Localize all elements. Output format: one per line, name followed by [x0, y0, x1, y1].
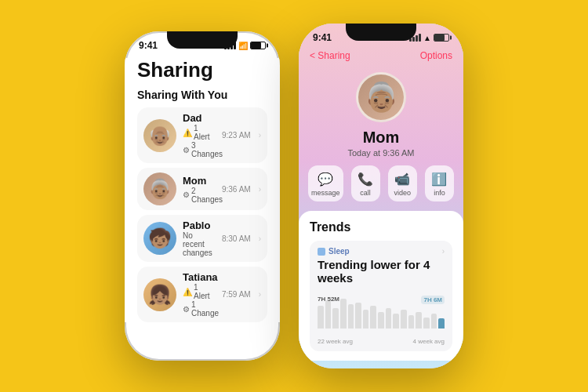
- left-content: Sharing Sharing With You 👴🏽 Dad ⚠️ 1 Ale…: [125, 58, 280, 322]
- contact-changes-dad: ⚙ 3 Changes: [183, 141, 216, 158]
- sleep-badge: Sleep: [318, 247, 350, 256]
- contact-name-mom: Mom: [183, 175, 216, 187]
- contact-time-mom: 9:36 AM: [222, 185, 251, 194]
- contact-name-pablo: Pablo: [183, 220, 216, 231]
- profile-avatar-mom: 👵🏽: [356, 72, 406, 122]
- action-info-button[interactable]: ℹ️ info: [425, 165, 454, 201]
- status-time-left: 9:41: [139, 40, 158, 51]
- sleep-dot: [318, 248, 325, 256]
- contact-info-dad: Dad ⚠️ 1 Alert ⚙ 3 Changes: [183, 112, 216, 158]
- contact-time-tatiana: 7:59 AM: [222, 290, 251, 299]
- trends-title: Trends: [310, 220, 452, 234]
- contact-list: 👴🏽 Dad ⚠️ 1 Alert ⚙ 3 Changes 9:23 AM: [137, 107, 267, 322]
- wifi-icon-right: ▲: [423, 34, 431, 42]
- changes-text-mom: 2 Changes: [191, 187, 223, 204]
- changes-icon-tatiana: ⚙: [183, 305, 190, 314]
- contact-no-changes-pablo: No recent changes: [183, 231, 216, 257]
- left-phone: 9:41 📶 Sharing Sharing With You 👴🏽: [125, 31, 280, 361]
- profile-section: 👵🏽 Mom Today at 9:36 AM: [299, 66, 463, 165]
- action-message-button[interactable]: 💬 message: [308, 165, 343, 201]
- message-label: message: [311, 189, 340, 197]
- call-label: call: [360, 189, 371, 197]
- changes-icon-mom: ⚙: [183, 191, 190, 199]
- action-buttons: 💬 message 📞 call 📹 video ℹ️ info: [299, 165, 463, 211]
- avatar-pablo: 🧒🏽: [143, 222, 176, 255]
- notch-left: [167, 31, 238, 49]
- right-phone-bg: 9:41 ▲ < Sharing Options 👵🏽: [299, 24, 463, 368]
- contact-info-pablo: Pablo No recent changes: [183, 220, 216, 257]
- action-call-button[interactable]: 📞 call: [351, 165, 380, 201]
- profile-name: Mom: [363, 129, 400, 147]
- no-changes-text-pablo: No recent changes: [183, 231, 216, 257]
- info-icon: ℹ️: [431, 172, 447, 187]
- wifi-icon: 📶: [238, 42, 248, 50]
- contact-changes-tatiana: ⚙ 1 Change: [183, 300, 216, 318]
- changes-text-dad: 3 Changes: [191, 141, 223, 158]
- contact-row-tatiana[interactable]: 👧🏽 Tatiana ⚠️ 1 Alert ⚙ 1 Change 7:59 AM: [137, 267, 267, 322]
- battery-icon-right: [434, 34, 449, 42]
- call-icon: 📞: [358, 172, 373, 187]
- battery-icon: [250, 42, 266, 49]
- status-icons-right: ▲: [409, 34, 449, 42]
- alert-text-tatiana: 1 Alert: [194, 283, 216, 300]
- contact-changes-mom: ⚙ 2 Changes: [183, 187, 216, 204]
- video-label: video: [394, 189, 412, 197]
- contact-alert-dad: ⚠️ 1 Alert: [183, 124, 216, 141]
- message-icon: 💬: [318, 172, 333, 187]
- avatar-tatiana: 👧🏽: [143, 278, 176, 311]
- contact-name-dad: Dad: [183, 112, 216, 124]
- contact-name-tatiana: Tatiana: [183, 271, 216, 283]
- video-icon: 📹: [394, 172, 410, 187]
- chart-labels: 22 week avg 4 week avg: [318, 338, 445, 345]
- chart-sublabel-right: 4 week avg: [413, 338, 445, 345]
- contact-info-mom: Mom ⚙ 2 Changes: [183, 175, 216, 204]
- alert-icon-dad: ⚠️: [183, 129, 192, 137]
- chevron-dad: ›: [259, 131, 261, 140]
- contact-time-pablo: 8:30 AM: [222, 234, 251, 243]
- contact-row-pablo[interactable]: 🧒🏽 Pablo No recent changes 8:30 AM ›: [137, 215, 267, 262]
- trend-chevron: ›: [442, 247, 445, 256]
- contact-alert-tatiana: ⚠️ 1 Alert: [183, 283, 216, 300]
- changes-text-tatiana: 1 Change: [191, 300, 219, 318]
- contact-info-tatiana: Tatiana ⚠️ 1 Alert ⚙ 1 Change: [183, 271, 216, 318]
- sleep-label: Sleep: [328, 247, 350, 256]
- trends-section: Trends Sleep › Trending lower for 4 week…: [299, 211, 463, 361]
- action-video-button[interactable]: 📹 video: [388, 165, 417, 201]
- contact-time-dad: 9:23 AM: [222, 131, 251, 140]
- chevron-pablo: ›: [259, 234, 261, 243]
- chart-val-right: 7H 6M: [421, 296, 445, 304]
- profile-time: Today at 9:36 AM: [348, 148, 415, 158]
- chart-val-left: 7H 52M: [318, 296, 339, 303]
- right-phone: 9:41 ▲ < Sharing Options 👵🏽: [299, 24, 463, 368]
- nav-options-button[interactable]: Options: [420, 50, 452, 61]
- chart-sublabel-left: 22 week avg: [318, 338, 353, 345]
- page-title: Sharing: [137, 58, 267, 82]
- right-nav: < Sharing Options: [299, 49, 463, 66]
- chevron-mom: ›: [259, 185, 261, 194]
- section-title: Sharing With You: [137, 89, 267, 101]
- changes-icon-dad: ⚙: [183, 146, 190, 154]
- alert-icon-tatiana: ⚠️: [183, 288, 192, 296]
- contact-row-mom[interactable]: 👵🏽 Mom ⚙ 2 Changes 9:36 AM ›: [137, 168, 267, 210]
- trend-card-header: Sleep ›: [318, 247, 445, 256]
- chevron-tatiana: ›: [259, 290, 261, 299]
- trend-headline: Trending lower for 4 weeks: [318, 258, 445, 285]
- alert-text-dad: 1 Alert: [194, 124, 216, 141]
- sleep-trend-card[interactable]: Sleep › Trending lower for 4 weeks 7H 52…: [310, 241, 452, 351]
- mini-chart: 7H 52M 7H 6M: [318, 296, 445, 335]
- avatar-mom: 👵🏽: [143, 172, 176, 205]
- info-label: info: [434, 189, 445, 197]
- contact-row-dad[interactable]: 👴🏽 Dad ⚠️ 1 Alert ⚙ 3 Changes 9:23 AM: [137, 107, 267, 163]
- notch-right: [346, 24, 416, 41]
- avatar-dad: 👴🏽: [143, 119, 176, 152]
- phones-container: 9:41 📶 Sharing Sharing With You 👴🏽: [125, 24, 463, 368]
- nav-back-button[interactable]: < Sharing: [310, 50, 350, 61]
- status-time-right: 9:41: [313, 32, 332, 43]
